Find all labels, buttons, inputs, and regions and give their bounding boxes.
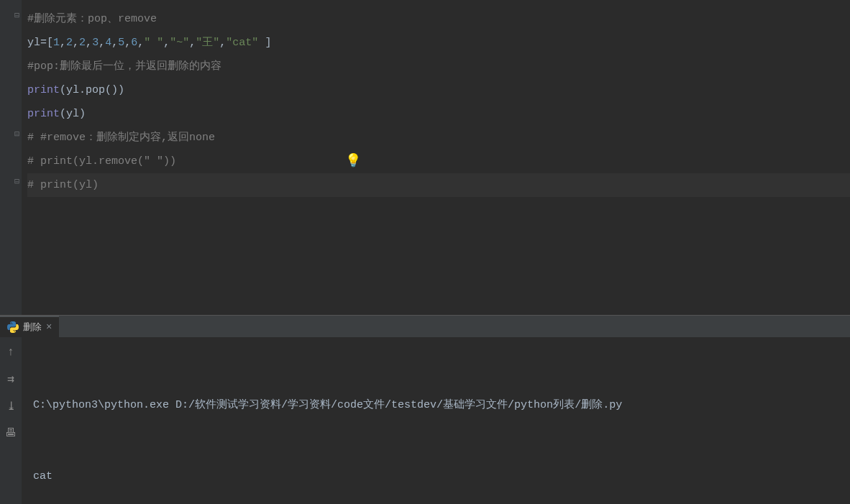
code-content[interactable]: #删除元素：pop、remove yl=[1,2,2,3,4,5,6," ","… — [0, 0, 850, 197]
console-toolbar: ↑ ⇉ ⤓ 🖶 — [0, 337, 22, 504]
download-icon[interactable]: ⤓ — [6, 399, 16, 413]
builtin-func: print — [27, 84, 60, 96]
tab-title: 删除 — [23, 321, 42, 334]
code-text: =[ — [40, 37, 53, 49]
var-name: yl — [66, 84, 79, 96]
intention-bulb-icon[interactable]: 💡 — [345, 152, 361, 168]
step-icon[interactable]: ⇉ — [7, 372, 14, 386]
comment-text: #pop:删除最后一位，并返回删除的内容 — [27, 60, 221, 73]
editor-gutter: ⊟ ⊟ ⊟ — [0, 0, 22, 315]
comment-text: # #remove：删除制定内容,返回none — [27, 132, 215, 144]
var-name: yl — [66, 108, 79, 120]
number-literal: 5 — [118, 37, 124, 49]
run-console: 删除 × ↑ ⇉ ⤓ 🖶 C:\python3\python.exe D:/软件… — [0, 316, 850, 504]
python-icon — [7, 321, 19, 333]
code-editor[interactable]: ⊟ ⊟ ⊟ #删除元素：pop、remove yl=[1,2,2,3,4,5,6… — [0, 0, 850, 315]
number-literal: 1 — [53, 37, 60, 49]
string-literal: " " — [144, 37, 163, 49]
string-literal: "~" — [170, 37, 189, 49]
builtin-func: print — [27, 108, 60, 120]
number-literal: 4 — [105, 37, 111, 49]
number-literal: 3 — [92, 37, 99, 49]
code-line[interactable]: yl=[1,2,2,3,4,5,6," ","~","王","cat" ] — [27, 31, 850, 55]
console-body: ↑ ⇉ ⤓ 🖶 C:\python3\python.exe D:/软件测试学习资… — [0, 337, 850, 504]
close-icon[interactable]: × — [46, 321, 52, 333]
scroll-up-icon[interactable]: ↑ — [7, 346, 14, 359]
console-tab-bar: 删除 × — [0, 316, 850, 337]
code-line[interactable]: print(yl.pop()) — [27, 78, 850, 102]
output-line: cat — [33, 464, 838, 488]
comment-text: # print(yl) — [27, 179, 99, 191]
print-icon[interactable]: 🖶 — [5, 426, 17, 440]
run-tab[interactable]: 删除 × — [0, 316, 59, 337]
fold-marker-icon[interactable]: ⊟ — [14, 10, 19, 21]
fold-marker-end-icon[interactable]: ⊟ — [14, 176, 19, 187]
fold-marker-icon[interactable]: ⊟ — [14, 129, 19, 139]
number-literal: 2 — [66, 37, 73, 49]
code-line[interactable]: #pop:删除最后一位，并返回删除的内容 — [27, 55, 850, 78]
console-output[interactable]: C:\python3\python.exe D:/软件测试学习资料/学习资料/c… — [22, 337, 850, 504]
code-line[interactable]: #删除元素：pop、remove — [27, 7, 850, 31]
number-literal: 2 — [79, 37, 86, 49]
code-text: ] — [265, 37, 271, 49]
output-command: C:\python3\python.exe D:/软件测试学习资料/学习资料/c… — [33, 393, 838, 417]
code-line[interactable]: # print(yl.remove(" ")) — [27, 150, 850, 173]
comment-text: # print(yl.remove(" ")) — [27, 155, 176, 168]
method-name: pop — [86, 84, 105, 96]
number-literal: 6 — [131, 37, 137, 49]
string-literal: "王" — [196, 37, 219, 49]
comment-text: #删除元素：pop、remove — [27, 13, 157, 25]
code-line[interactable]: print(yl) — [27, 102, 850, 126]
code-line[interactable]: # #remove：删除制定内容,返回none — [27, 126, 850, 150]
string-literal: "cat" — [226, 37, 258, 49]
var-name: yl — [27, 37, 40, 49]
code-line-current[interactable]: # print(yl) — [27, 173, 850, 197]
